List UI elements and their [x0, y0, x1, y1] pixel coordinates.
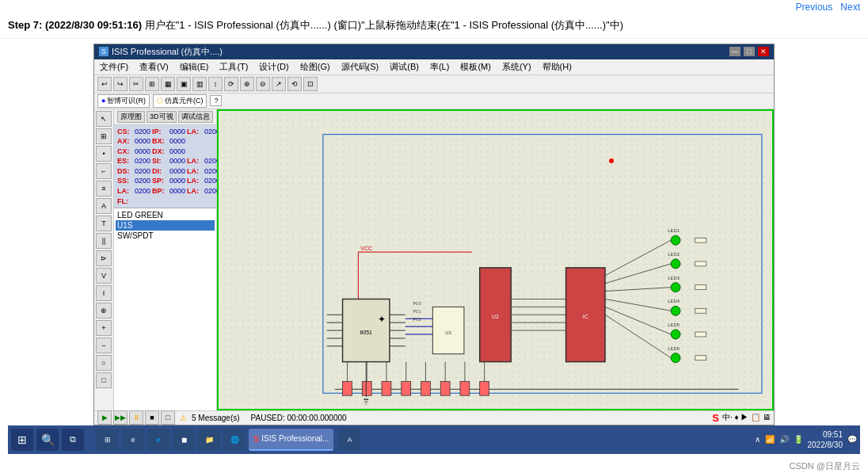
- toolbar-btn-4[interactable]: ⊞: [145, 77, 159, 91]
- tool-current[interactable]: I: [96, 285, 112, 301]
- start-button[interactable]: ⊞: [11, 429, 33, 451]
- paused-status: PAUSED: 00:00:00.000000: [251, 414, 347, 422]
- comp-led-green[interactable]: LED GREEN: [116, 210, 215, 220]
- dx-val: 0000: [169, 147, 185, 157]
- toolbar-btn-8[interactable]: ↕: [208, 77, 223, 91]
- menu-design[interactable]: 设计(D): [257, 60, 291, 74]
- menu-file[interactable]: 文件(F): [97, 60, 131, 74]
- next-link[interactable]: Next: [840, 2, 860, 13]
- taskbar-isis[interactable]: S ISIS Professional...: [249, 429, 333, 451]
- toolbar-btn-14[interactable]: ⊡: [303, 77, 318, 91]
- stop-btn[interactable]: ■: [145, 410, 159, 425]
- toolbar-btn-11[interactable]: ⊖: [256, 77, 270, 91]
- toolbar-btn-10[interactable]: ⊕: [240, 77, 254, 91]
- comp-u1s[interactable]: U1S: [116, 220, 215, 231]
- taskbar-app-1[interactable]: ⊞: [97, 429, 119, 451]
- zhibo-label: 智博可识(R): [107, 96, 146, 106]
- schematic-area[interactable]: 单击可扩大/缩小屏幕截图。: [217, 109, 774, 410]
- tool-marker[interactable]: ⊕: [96, 303, 112, 319]
- main-content: S ISIS Professional (仿真中....) — □ ✕ 文件(F…: [0, 39, 868, 457]
- window-title: ISIS Professional (仿真中....): [112, 46, 223, 58]
- maximize-button[interactable]: □: [744, 47, 755, 56]
- pause-btn[interactable]: ⏸: [129, 410, 143, 425]
- tab-debug2[interactable]: 调试信息: [178, 111, 213, 123]
- tool-label[interactable]: A: [96, 198, 112, 214]
- toolbar-btn-3[interactable]: ✂: [129, 77, 143, 91]
- la-label-3: LA:: [187, 166, 203, 177]
- comp-sw-spdt[interactable]: SW/SPDT: [116, 231, 215, 241]
- svg-rect-48: [402, 381, 411, 395]
- debug-row-2: AX: 0000 BX: 0000: [117, 136, 213, 147]
- toolbar-btn-7[interactable]: ▥: [192, 77, 207, 91]
- debug-row-8: FL:: [117, 196, 213, 207]
- close-button[interactable]: ✕: [758, 47, 769, 56]
- toolbar-btn-1[interactable]: ↩: [97, 77, 112, 91]
- tab-schematic[interactable]: 原理图: [117, 111, 145, 123]
- taskbar-app-6[interactable]: 🌐: [223, 429, 246, 451]
- toolbar-btn-5[interactable]: ▦: [161, 77, 175, 91]
- windows-taskbar: ⊞ 🔍 ⧉ ⊞ e e ◼ 📁 🌐 S ISIS Profe: [8, 425, 860, 454]
- bx-val: 0000: [169, 136, 185, 147]
- tool-rect[interactable]: □: [96, 372, 112, 388]
- previous-link[interactable]: Previous: [796, 2, 833, 13]
- taskbar-app-4[interactable]: ◼: [173, 429, 195, 451]
- svg-text:✦: ✦: [378, 314, 386, 325]
- tool-zoom-out[interactable]: −: [96, 338, 112, 353]
- taskbar-app-2[interactable]: e: [122, 429, 144, 451]
- tool-junction[interactable]: •: [96, 146, 112, 162]
- task-view-button[interactable]: ⧉: [62, 429, 84, 451]
- simcomp-btn[interactable]: ⬡ 仿真元件(C): [153, 94, 207, 108]
- tool-component[interactable]: ⊞: [96, 128, 112, 144]
- search-button[interactable]: 🔍: [36, 429, 59, 451]
- menu-edit[interactable]: 编辑(E): [177, 60, 211, 74]
- simulation-controls: ▶ ▶▶ ⏸ ■ □: [97, 410, 175, 425]
- toolbar-btn-6[interactable]: ▣: [177, 77, 191, 91]
- toolbar-btn-9[interactable]: ⟳: [224, 77, 238, 91]
- tool-circle[interactable]: ○: [96, 355, 112, 371]
- bx-label: BX:: [152, 136, 168, 147]
- search-icon: 🔍: [41, 433, 55, 446]
- toolbar-btn-12[interactable]: ↗: [272, 77, 286, 91]
- tool-voltage[interactable]: V: [96, 268, 112, 284]
- zhibo-btn[interactable]: ● 智博可识(R): [97, 94, 150, 108]
- help-btn[interactable]: ?: [210, 95, 222, 106]
- toolbar-btn-2[interactable]: ↪: [113, 77, 128, 91]
- svg-rect-26: [695, 238, 706, 242]
- svg-rect-49: [421, 381, 431, 395]
- debug-row-1: CS: 0200 IP: 0000 LA: 02000: [117, 127, 213, 137]
- svg-text:LED4: LED4: [668, 299, 680, 303]
- step-btn[interactable]: ▶▶: [113, 410, 128, 425]
- menu-template[interactable]: 模板(M): [458, 60, 493, 74]
- toolbar-btn-13[interactable]: ⟲: [287, 77, 302, 91]
- status-right: S 中· ♦ ▶ 📋 🖥: [712, 412, 771, 424]
- menu-system[interactable]: 系统(Y): [500, 60, 534, 74]
- menu-debug[interactable]: 调试(B): [387, 60, 421, 74]
- reset-btn[interactable]: □: [161, 410, 175, 425]
- tool-text[interactable]: T: [96, 216, 112, 231]
- sp-val: 0000: [169, 176, 185, 186]
- svg-rect-28: [695, 284, 706, 289]
- minimize-button[interactable]: —: [729, 47, 740, 56]
- taskbar-clock[interactable]: 09:51 2022/8/30: [808, 429, 843, 450]
- tool-bus2[interactable]: ||: [96, 233, 112, 249]
- menu-draw[interactable]: 绘图(G): [298, 60, 333, 74]
- tool-wire[interactable]: ⌐: [96, 163, 112, 179]
- svg-text:P0.0: P0.0: [413, 302, 421, 306]
- tool-bus[interactable]: ≡: [96, 181, 112, 196]
- tool-zoom-in[interactable]: +: [96, 320, 112, 336]
- play-btn[interactable]: ▶: [97, 410, 112, 425]
- tab-3d[interactable]: 3D可视: [147, 111, 177, 123]
- taskbar-app-5[interactable]: 📁: [198, 429, 220, 451]
- taskbar-arrow-up[interactable]: ∧: [755, 435, 760, 444]
- menu-help[interactable]: 帮助(H): [540, 60, 574, 74]
- taskbar-app-3[interactable]: e: [147, 429, 169, 451]
- notification-icon[interactable]: 💬: [847, 435, 857, 444]
- menu-source[interactable]: 源代码(S): [339, 60, 382, 74]
- menu-view[interactable]: 查看(V): [137, 60, 171, 74]
- tool-probe[interactable]: ⊳: [96, 250, 112, 266]
- title-bar-controls[interactable]: — □ ✕: [729, 47, 769, 56]
- tool-select[interactable]: ↖: [96, 111, 112, 127]
- menu-rate[interactable]: 率(L): [428, 60, 451, 74]
- taskbar-app-7[interactable]: A: [338, 429, 360, 451]
- menu-tools[interactable]: 工具(T): [217, 60, 250, 74]
